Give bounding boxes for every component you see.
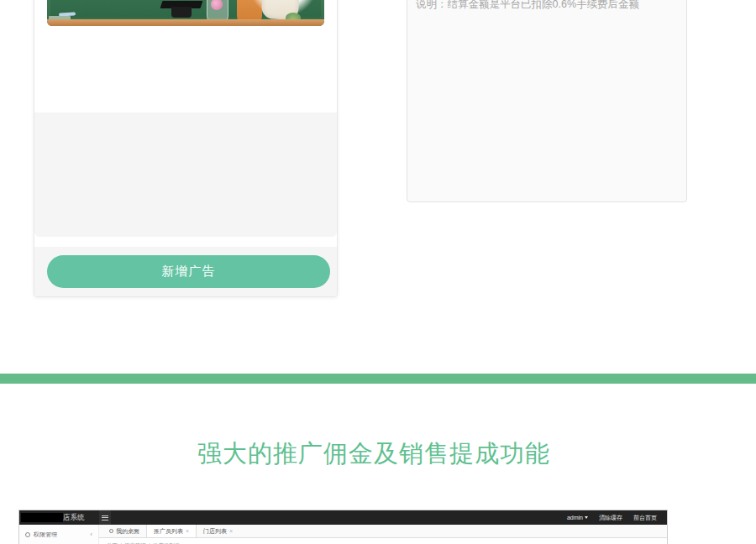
note-card: 说明：结算金额是平台已扣除0.6%手续费后金额 [407,0,687,202]
permissions-icon [25,532,30,537]
admin-tabs-bar: 我的桌面 推广员列表 × 门店列表 × [99,525,667,538]
admin-main: 我的桌面 推广员列表 × 门店列表 × 首页 / 门店管理 / [99,525,667,544]
close-icon[interactable]: × [229,528,233,534]
home-icon [109,529,113,533]
chevron-left-icon: ‹ [90,531,92,538]
tab-store-list[interactable]: 门店列表 × [197,525,239,537]
clear-cache-link[interactable]: 清除缓存 [599,514,622,522]
tab-my-desktop[interactable]: 我的桌面 [102,525,146,537]
admin-header: 店系统 admin 清除缓存 前台首页 [19,510,667,525]
sidebar-item-label: 权限管理 [34,531,57,539]
tab-label: 推广员列表 [154,527,183,536]
logo-text: 店系统 [63,513,85,523]
tab-label: 门店列表 [203,527,227,536]
ad-card: 新增广告 [34,0,338,297]
ad-upload-placeholder[interactable] [34,112,337,237]
page: 新增广告 说明：结算金额是平台已扣除0.6%手续费后金额 强大的推广佣金及销售提… [0,0,756,544]
user-menu[interactable]: admin [567,515,588,520]
admin-logo: 店系统 [19,510,99,525]
sidebar-item-permissions[interactable]: 权限管理 ‹ [19,528,98,541]
tab-promoter-list[interactable]: 推广员列表 × [146,525,197,537]
section-divider-band [0,374,756,384]
chalkboard-tray [47,19,324,26]
logo-redaction-box [21,513,63,522]
add-ad-button[interactable]: 新增广告 [47,255,330,288]
breadcrumb: 首页 / 门店管理 / 推广员列表 [99,538,667,544]
admin-sidebar: 权限管理 ‹ ‹ [19,525,99,544]
front-home-link[interactable]: 前台首页 [633,514,657,522]
hamburger-menu-icon[interactable] [99,510,111,525]
section-title: 强大的推广佣金及销售提成功能 [0,439,748,468]
graduation-cap-base [171,7,192,18]
admin-body: 权限管理 ‹ ‹ 我的桌面 推广员列表 × [19,525,667,544]
caret-down-icon [585,516,588,519]
admin-header-right: admin 清除缓存 前台首页 [567,514,657,522]
tab-label: 我的桌面 [116,527,139,536]
user-menu-label: admin [567,515,583,520]
ad-banner-image[interactable] [47,0,324,26]
settlement-note-text: 说明：结算金额是平台已扣除0.6%手续费后金额 [416,0,678,12]
close-icon[interactable]: × [186,528,189,534]
admin-screenshot: 店系统 admin 清除缓存 前台首页 权限管理 ‹ [18,510,668,544]
jar-flower [211,0,223,10]
